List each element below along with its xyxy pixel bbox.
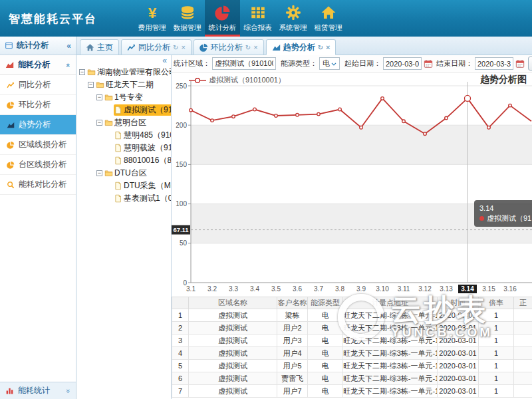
table-cell: 电 [308,360,343,372]
svg-text:3.8: 3.8 [335,285,344,293]
tab-close-icon[interactable]: × [253,43,257,51]
svg-text:3.7: 3.7 [314,285,323,293]
table-cell: 1 [479,360,514,372]
tab-2[interactable]: 环比分析↻× [194,39,264,55]
tab-refresh-icon[interactable]: ↻ [245,44,251,51]
chevron-down-icon[interactable]: » [65,388,72,392]
sidebar-header: 统计分析 « [0,37,76,55]
tree-expander-icon[interactable]: − [79,69,85,75]
chevron-up-icon[interactable]: « [65,63,72,66]
tree-node-3[interactable]: 虚拟测试（91010001） [76,104,171,116]
sidebar-footer-label: 能耗统计 [18,385,50,396]
pie-chart-icon [7,161,15,169]
table-cell [514,372,532,385]
line-chart-icon [7,81,15,89]
tree-node-0[interactable]: −湖南物业管理有限公司 [76,66,171,78]
trend-line-chart[interactable]: 0501001502002503.13.23.33.43.53.63.73.83… [172,72,532,299]
table-col-header-4: 计量点地址 [343,297,438,309]
tree-expander-icon[interactable]: − [96,94,102,100]
table-cell: 5 [172,360,189,372]
table-cell: 1 [479,372,514,385]
svg-text:3.16: 3.16 [503,285,517,293]
tab-refresh-icon[interactable]: ↻ [173,44,178,51]
nav-item-label: 租赁管理 [315,23,342,33]
sidebar-item-label: 区域线损分析 [19,139,66,150]
table-row-1[interactable]: 2虚拟测试用户2电旺龙天下二期-综3栋-一单元-1楼2020-03-011 [172,322,532,334]
sidebar-item-5[interactable]: 能耗对比分析 [0,175,76,195]
table-cell: 电 [308,334,343,347]
folder-icon [104,118,113,127]
table-row-2[interactable]: 3虚拟测试用户3电旺龙天下二期-综3栋-一单元-1楼2020-03-011 [172,334,532,347]
nav-item-0[interactable]: ¥费用管理 [134,0,170,35]
table-cell: 2020-03-01 [438,385,479,398]
nav-item-label: 数据管理 [174,23,201,33]
table-row-6[interactable]: 7虚拟测试用户7电旺龙天下二期-综3栋-一单元-1楼2020-03-011 [172,385,532,398]
region-input[interactable] [212,57,276,70]
sidebar-item-2[interactable]: 趋势分析 [0,115,76,135]
table-cell: 1 [479,347,514,360]
tree-node-5[interactable]: 慧明485（91010003） [76,129,171,142]
table-row-0[interactable]: 1虚拟测试梁栋电旺龙天下二期-综3栋-一单元-1楼2020-03-011 [172,309,532,322]
sidebar-collapse-icon[interactable]: « [66,41,71,51]
tree-node-1[interactable]: −旺龙天下二期 [76,78,171,91]
nav-item-3[interactable]: 综合报表 [240,0,275,35]
table-cell: 用户4 [277,347,308,360]
tab-0[interactable]: 主页 [80,39,119,55]
sidebar-item-4[interactable]: 台区线损分析 [0,155,76,175]
tree-node-label: DTU台区 [114,168,147,179]
tab-1[interactable]: 同比分析↻× [121,39,192,55]
svg-text:3.6: 3.6 [293,285,302,293]
energy-type-select[interactable]: 电 [319,57,340,70]
file-icon [114,182,122,190]
bar-chart-icon [5,386,14,395]
tree-node-label: 湖南物业管理有限公司 [97,66,172,78]
calendar-icon[interactable] [424,59,433,68]
table-cell [514,385,532,398]
yen-icon: ¥ [144,5,160,21]
table-cell: 7 [172,385,189,398]
table-cell: 电 [308,347,343,360]
table-row-5[interactable]: 6虚拟测试贾雷飞电旺龙天下二期-综3栋-一单元-1楼2020-03-011 [172,372,532,385]
sidebar-item-1[interactable]: 环比分析 [0,95,76,115]
tab-close-icon[interactable]: × [326,43,330,51]
sidebar-item-3[interactable]: 区域线损分析 [0,135,76,155]
calendar-icon[interactable] [515,59,525,68]
tab-bar: 主页同比分析↻×环比分析↻×趋势分析↻× [76,37,532,55]
tree-node-6[interactable]: 慧明载波（91010004） [76,142,171,154]
sidebar-section-energy-analysis[interactable]: 能耗分析 « [0,55,76,75]
table-row-4[interactable]: 5虚拟测试用户5电旺龙天下二期-综3栋-一单元-1楼2020-03-011 [172,360,532,372]
svg-text:3.11: 3.11 [398,285,410,293]
main-content: 统计区域： 能源类型： 电 起始日期： 结束日期： 查询 虚拟测试（910100… [172,55,532,399]
sidebar: 统计分析 « 能耗分析 « 同比分析环比分析趋势分析区域线损分析台区线损分析能耗… [0,37,76,399]
tree-node-10[interactable]: 基表测试1（07） [76,192,171,205]
file-icon [114,144,122,152]
table-row-3[interactable]: 4虚拟测试用户4电旺龙天下二期-综3栋-一单元-1楼2020-03-011 [172,347,532,360]
sidebar-footer-energy-stats[interactable]: 能耗统计 » [0,382,76,399]
tree-expander-icon[interactable]: − [88,82,94,88]
nav-item-4[interactable]: 系统管理 [275,0,311,35]
tab-close-icon[interactable]: × [181,43,185,51]
tree-collapse-icon[interactable]: « [76,55,171,66]
nav-item-1[interactable]: 数据管理 [170,0,205,35]
tree-selection-highlight: 虚拟测试（91010001） [114,104,172,116]
table-cell: 梁栋 [277,309,308,322]
tree-node-7[interactable]: 88010016（8801） [76,154,171,167]
end-date-input[interactable] [475,57,513,70]
tree-node-9[interactable]: DTU采集（Modbus_D [76,180,171,192]
tree-expander-icon[interactable]: − [96,170,102,176]
start-date-input[interactable] [383,57,422,70]
nav-item-5[interactable]: 租赁管理 [311,0,346,35]
query-button[interactable]: 查询 [528,57,532,70]
nav-item-2[interactable]: 统计分析 [205,0,240,37]
tree-expander-icon[interactable]: − [96,120,102,126]
tree-node-2[interactable]: −1号专变 [76,91,171,104]
pie-chart-icon [215,5,231,21]
report-grid-icon [250,5,266,21]
tree-node-4[interactable]: −慧明台区 [76,116,171,129]
tree-node-8[interactable]: −DTU台区 [76,167,171,180]
table-cell: 虚拟测试 [189,360,277,372]
tab-refresh-icon[interactable]: ↻ [318,44,323,51]
tab-3[interactable]: 趋势分析↻× [266,39,336,55]
sidebar-item-0[interactable]: 同比分析 [0,75,76,95]
tree-node-label: DTU采集（Modbus_D [124,180,172,192]
